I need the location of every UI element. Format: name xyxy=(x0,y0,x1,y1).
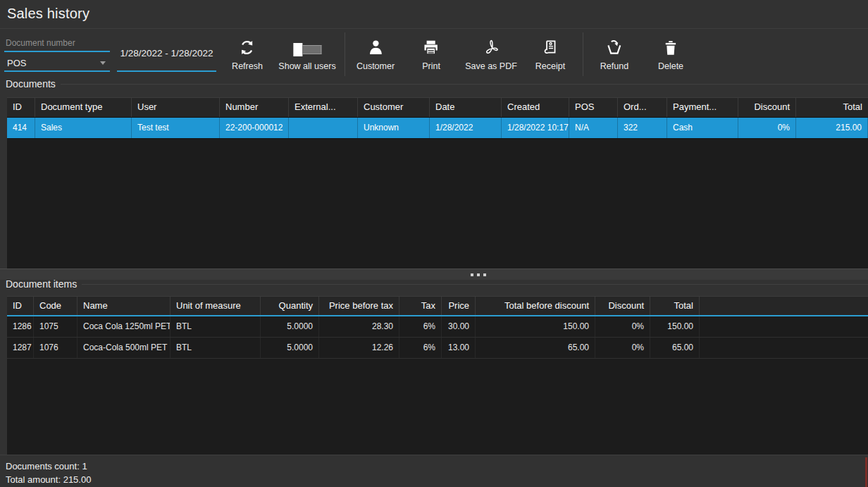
grid-cell: 5.0000 xyxy=(261,338,319,358)
grid-cell: 30.00 xyxy=(442,316,476,337)
grid-cell: 150.00 xyxy=(476,316,595,337)
grid-cell xyxy=(700,338,868,358)
column-header[interactable]: Payment... xyxy=(667,98,738,117)
customer-button[interactable]: Customer xyxy=(356,38,395,71)
grid-cell: Sales xyxy=(35,118,132,138)
total-amount-text: Total amount: 215.00 xyxy=(6,473,868,486)
column-header[interactable]: POS xyxy=(569,98,618,117)
grid-cell: 28.30 xyxy=(319,316,399,337)
grid-cell: 1286 xyxy=(7,316,34,337)
pos-dropdown-value: POS xyxy=(7,58,26,68)
column-header[interactable]: Unit of measure xyxy=(170,297,261,315)
receipt-icon xyxy=(541,38,559,56)
column-header[interactable]: Tax xyxy=(399,297,442,315)
show-all-users-toggle[interactable]: Show all users xyxy=(278,38,335,71)
column-header[interactable]: Document type xyxy=(35,98,132,117)
group-divider-line xyxy=(61,84,868,85)
grid-cell: Test test xyxy=(132,118,220,138)
column-header[interactable]: Quantity xyxy=(261,297,319,315)
splitter-grip-dot xyxy=(483,273,486,276)
grid-cell: 65.00 xyxy=(476,338,595,358)
splitter-grip-dot xyxy=(471,273,473,276)
refund-icon xyxy=(605,38,624,56)
column-header[interactable]: Created xyxy=(502,98,569,117)
document-number-input[interactable] xyxy=(4,35,110,52)
column-header[interactable]: Total xyxy=(796,98,868,117)
column-header[interactable]: Total xyxy=(650,297,700,315)
column-header[interactable]: Price before tax xyxy=(319,297,399,315)
group-divider-line xyxy=(82,284,868,285)
toggle-switch-icon xyxy=(293,38,321,56)
column-header[interactable]: ID xyxy=(7,297,34,315)
toolbar-button-label: Print xyxy=(422,61,440,71)
pos-dropdown[interactable]: POS xyxy=(4,56,110,72)
toolbar-button-label: Customer xyxy=(356,61,395,71)
grid-cell: 6% xyxy=(399,316,442,337)
column-header[interactable]: ID xyxy=(7,98,35,117)
column-header[interactable]: Discount xyxy=(595,297,650,315)
grid-cell: 322 xyxy=(618,118,667,138)
column-header[interactable] xyxy=(700,297,868,315)
document-row[interactable]: 414SalesTest test22-200-000012Unknown1/2… xyxy=(7,118,868,139)
column-header[interactable]: Price xyxy=(442,297,476,315)
grid-cell: 414 xyxy=(7,118,35,138)
receipt-button[interactable]: Receipt xyxy=(535,38,565,71)
item-row[interactable]: 12871076Coca-Cola 500ml PETBTL5.000012.2… xyxy=(7,338,868,359)
date-range-value: 1/28/2022 - 1/28/2022 xyxy=(120,48,213,58)
grid-cell: 1/28/2022 10:17 xyxy=(502,118,569,138)
grid-cell: 6% xyxy=(399,338,442,358)
grid-cell xyxy=(289,118,358,138)
grid-cell: 1287 xyxy=(7,338,34,358)
column-header[interactable]: Date xyxy=(430,98,502,117)
column-header[interactable]: Ord... xyxy=(618,98,667,117)
print-button[interactable]: Print xyxy=(422,38,440,71)
item-row[interactable]: 12861075Coca Cola 1250ml PETBTL5.000028.… xyxy=(7,316,868,338)
toolbar-button-label: Save as PDF xyxy=(465,61,517,71)
refresh-button[interactable]: Refresh xyxy=(232,38,263,71)
grid-cell: Coca-Cola 500ml PET xyxy=(78,338,170,358)
red-edge-bar xyxy=(865,457,867,487)
document-items-grid: IDCodeNameUnit of measureQuantityPrice b… xyxy=(7,296,868,455)
grid-cell: 215.00 xyxy=(796,118,868,138)
grid-cell: 22-200-000012 xyxy=(220,118,289,138)
document-items-section-header: Document items xyxy=(6,278,868,290)
refresh-icon xyxy=(239,38,256,56)
grid-cell: 12.26 xyxy=(319,338,399,358)
page-title: Sales history xyxy=(7,6,89,22)
documents-grid: IDDocument typeUserNumberExternal...Cust… xyxy=(7,97,868,269)
grid-cell: 150.00 xyxy=(650,316,700,337)
trash-icon xyxy=(662,38,679,56)
date-range-input[interactable]: 1/28/2022 - 1/28/2022 xyxy=(117,44,216,72)
grid-cell: BTL xyxy=(170,316,261,337)
grid-cell: N/A xyxy=(569,118,618,138)
grid-cell: 1076 xyxy=(34,338,78,358)
grid-cell: 13.00 xyxy=(442,338,476,358)
documents-section-label: Documents xyxy=(6,78,56,90)
column-header[interactable]: Code xyxy=(34,297,78,315)
refund-button[interactable]: Refund xyxy=(600,38,628,71)
items-grid-header: IDCodeNameUnit of measureQuantityPrice b… xyxy=(7,297,868,316)
column-header[interactable]: Total before discount xyxy=(476,297,595,315)
documents-grid-header: IDDocument typeUserNumberExternal...Cust… xyxy=(7,98,868,118)
column-header[interactable]: Discount xyxy=(738,98,796,117)
grid-cell: 1075 xyxy=(34,316,78,337)
grid-cell: Cash xyxy=(667,118,738,138)
toolbar-button-label: Refresh xyxy=(232,61,263,71)
documents-section-header: Documents xyxy=(6,78,868,90)
toolbar-button-label: Delete xyxy=(658,61,683,71)
column-header[interactable]: Customer xyxy=(358,98,430,117)
printer-icon xyxy=(422,38,440,56)
save-as-pdf-button[interactable]: Save as PDF xyxy=(465,38,517,71)
grid-cell: BTL xyxy=(170,338,261,358)
delete-button[interactable]: Delete xyxy=(658,38,683,71)
column-header[interactable]: External... xyxy=(289,98,358,117)
toolbar-button-label: Show all users xyxy=(278,61,335,71)
toolbar-button-label: Receipt xyxy=(535,61,565,71)
chevron-down-icon xyxy=(100,61,106,65)
column-header[interactable]: Number xyxy=(220,98,289,117)
document-items-section-label: Document items xyxy=(6,278,77,290)
grid-cell: 0% xyxy=(595,338,650,358)
grid-cell: 0% xyxy=(738,118,796,138)
column-header[interactable]: User xyxy=(132,98,220,117)
column-header[interactable]: Name xyxy=(78,297,170,315)
